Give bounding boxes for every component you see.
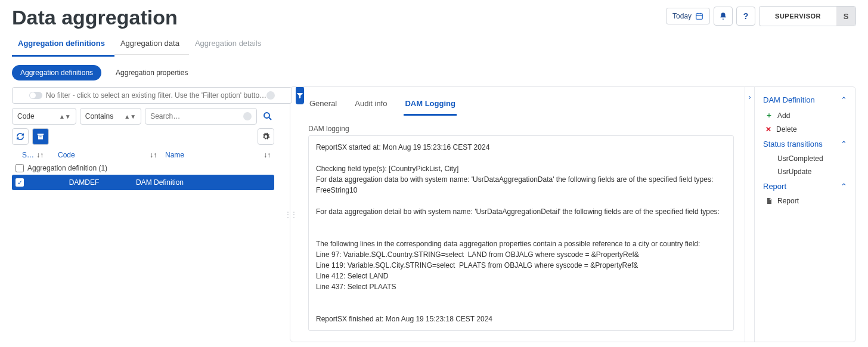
search-op-label: Contains xyxy=(85,112,113,120)
row-checkbox[interactable]: ✓ xyxy=(16,178,24,187)
filter-toggle-icon xyxy=(29,92,42,99)
side-section-label: DAM Definition xyxy=(763,95,815,104)
group-checkbox[interactable] xyxy=(16,164,24,172)
tab-aggregation-data[interactable]: Aggregation data xyxy=(114,33,189,57)
bell-icon xyxy=(719,12,727,20)
side-action-report[interactable]: Report xyxy=(763,194,847,207)
side-item-label: Delete xyxy=(776,125,797,134)
clear-search-icon[interactable] xyxy=(243,112,252,120)
tab-aggregation-definitions[interactable]: Aggregation definitions xyxy=(12,33,114,57)
side-section-status-transitions[interactable]: Status transitions ⌃ xyxy=(763,136,847,152)
collapse-right-panel-button[interactable]: › xyxy=(745,87,754,342)
row-code: DAMDEF xyxy=(29,178,118,187)
side-item-label: Report xyxy=(777,197,799,205)
svg-rect-11 xyxy=(768,203,770,203)
detail-tab-general[interactable]: General xyxy=(308,95,338,116)
drag-handle-icon[interactable]: ⋮⋮ xyxy=(284,210,296,219)
side-action-delete[interactable]: ✕ Delete xyxy=(763,123,847,136)
search-field-select[interactable]: Code ▲▼ xyxy=(12,108,76,125)
user-avatar: S xyxy=(836,7,855,26)
pill-aggregation-properties[interactable]: Aggregation properties xyxy=(107,65,196,80)
side-section-report[interactable]: Report ⌃ xyxy=(763,178,847,194)
side-action-usrcompleted[interactable]: UsrCompleted xyxy=(763,152,847,165)
svg-line-5 xyxy=(269,117,271,120)
group-label: Aggregation definition (1) xyxy=(27,164,107,172)
help-icon: ? xyxy=(743,11,749,21)
side-item-label: UsrCompleted xyxy=(777,154,823,163)
document-icon xyxy=(765,197,773,205)
search-icon xyxy=(262,111,273,122)
side-action-add[interactable]: ＋ Add xyxy=(763,108,847,123)
chevron-updown-icon: ▲▼ xyxy=(124,113,136,120)
table-row[interactable]: ✓ DAMDEF DAM Definition xyxy=(12,175,274,190)
sort-icon[interactable]: ↓↑ xyxy=(36,151,44,159)
settings-button[interactable] xyxy=(258,128,274,145)
side-section-dam-definition[interactable]: DAM Definition ⌃ xyxy=(763,92,847,108)
chevron-right-icon: › xyxy=(749,93,751,101)
svg-rect-0 xyxy=(696,14,703,19)
side-section-label: Status transitions xyxy=(763,140,823,148)
search-field-label: Code xyxy=(17,112,35,120)
calendar-icon xyxy=(695,12,703,20)
detail-tab-dam-logging[interactable]: DAM Logging xyxy=(404,95,456,116)
today-label: Today xyxy=(672,12,692,20)
search-input-wrap xyxy=(145,108,257,125)
search-button[interactable] xyxy=(261,109,274,124)
chevron-up-icon: ⌃ xyxy=(841,95,847,104)
refresh-button[interactable] xyxy=(12,128,29,145)
column-header-code[interactable]: Code xyxy=(58,151,147,159)
svg-rect-10 xyxy=(768,202,771,203)
svg-rect-7 xyxy=(38,135,43,139)
side-item-label: UsrUpdate xyxy=(777,168,811,176)
filter-select[interactable]: No filter - click to select an existing … xyxy=(12,87,292,104)
svg-rect-6 xyxy=(38,134,44,135)
user-label: SUPERVISOR xyxy=(760,8,836,24)
search-input[interactable] xyxy=(150,112,240,120)
pill-aggregation-definitions[interactable]: Aggregation definitions xyxy=(12,65,101,80)
plus-icon: ＋ xyxy=(765,110,773,120)
group-row[interactable]: Aggregation definition (1) xyxy=(12,162,274,175)
refresh-icon xyxy=(16,132,24,141)
today-button[interactable]: Today xyxy=(666,8,710,24)
notifications-button[interactable] xyxy=(714,7,733,26)
dam-logging-label: DAM logging xyxy=(308,125,734,133)
column-header-name[interactable]: Name xyxy=(165,151,261,159)
clear-filter-icon[interactable] xyxy=(266,91,275,100)
gear-icon xyxy=(262,132,270,141)
archive-button[interactable] xyxy=(32,128,49,145)
search-operator-select[interactable]: Contains ▲▼ xyxy=(80,108,141,125)
svg-point-4 xyxy=(264,113,269,118)
chevron-up-icon: ⌃ xyxy=(841,182,847,191)
x-icon: ✕ xyxy=(765,125,771,134)
column-header-short[interactable]: S… xyxy=(22,151,34,159)
chevron-up-icon: ⌃ xyxy=(841,140,847,148)
side-section-label: Report xyxy=(763,182,786,191)
help-button[interactable]: ? xyxy=(736,7,755,26)
svg-rect-8 xyxy=(39,137,42,137)
detail-tab-audit[interactable]: Audit info xyxy=(354,95,388,116)
page-title: Data aggregation xyxy=(12,6,178,29)
row-name: DAM Definition xyxy=(118,178,271,187)
user-menu[interactable]: SUPERVISOR S xyxy=(759,6,856,26)
svg-rect-9 xyxy=(768,201,771,202)
archive-icon xyxy=(36,132,45,141)
sort-icon[interactable]: ↓↑ xyxy=(264,151,271,159)
chevron-updown-icon: ▲▼ xyxy=(59,113,71,120)
tab-aggregation-details[interactable]: Aggregation details xyxy=(189,33,271,57)
filter-placeholder: No filter - click to select an existing … xyxy=(46,91,266,100)
side-item-label: Add xyxy=(777,111,790,120)
sort-icon[interactable]: ↓↑ xyxy=(150,151,157,159)
side-action-usrupdate[interactable]: UsrUpdate xyxy=(763,165,847,178)
dam-logging-output: ReportSX started at: Mon Aug 19 15:23:16… xyxy=(308,135,734,331)
